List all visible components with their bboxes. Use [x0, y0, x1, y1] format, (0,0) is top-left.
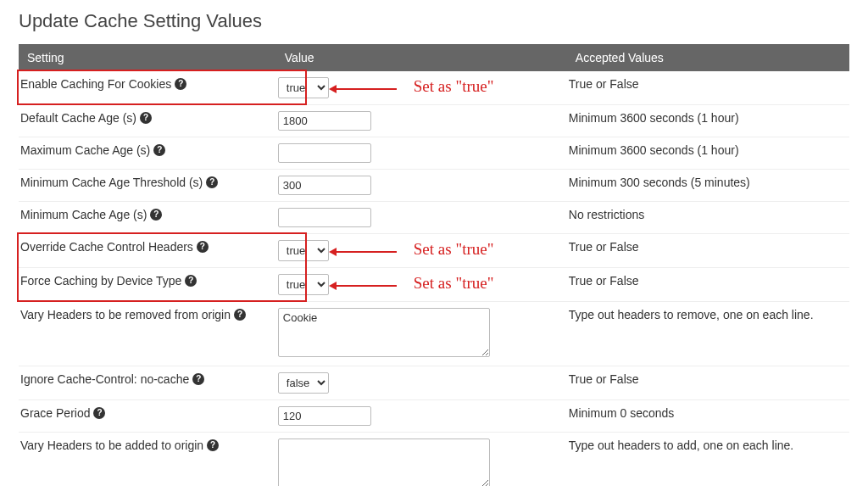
table-row: Ignore Cache-Control: no-cache?truefalse…	[19, 366, 849, 400]
value-input[interactable]	[278, 208, 371, 227]
header-setting: Setting	[19, 44, 276, 71]
value-input[interactable]	[278, 406, 371, 426]
table-row: Enable Caching For Cookies?truefalseTrue…	[19, 71, 849, 105]
accepted-values-cell: True or False	[567, 71, 849, 105]
setting-label: Force Caching by Device Type?	[20, 274, 197, 288]
value-cell: truefalse	[276, 234, 567, 268]
setting-cell: Default Cache Age (s)?	[19, 105, 276, 137]
setting-label-text: Maximum Cache Age (s)	[20, 143, 150, 157]
setting-cell: Vary Headers to be removed from origin?	[19, 302, 276, 366]
value-input[interactable]	[278, 176, 371, 195]
table-row: Maximum Cache Age (s)?Minimum 3600 secon…	[19, 137, 849, 170]
setting-label: Vary Headers to be added to origin?	[20, 439, 219, 452]
header-accepted: Accepted Values	[567, 44, 849, 71]
table-row: Minimum Cache Age (s)?No restrictions	[19, 202, 849, 234]
value-textarea[interactable]	[278, 439, 490, 486]
header-value: Value	[276, 44, 567, 71]
setting-label-text: Grace Period	[20, 406, 90, 420]
setting-label-text: Vary Headers to be removed from origin	[20, 308, 231, 321]
accepted-values-cell: True or False	[567, 234, 849, 268]
value-cell	[276, 105, 567, 137]
accepted-values-cell: Minimum 300 seconds (5 minutes)	[567, 170, 849, 202]
table-row: Vary Headers to be removed from origin?T…	[19, 302, 849, 366]
setting-cell: Enable Caching For Cookies?	[19, 71, 276, 105]
accepted-values-cell: Type out headers to add, one on each lin…	[567, 433, 849, 487]
table-row: Override Cache Control Headers?truefalse…	[19, 234, 849, 268]
setting-label-text: Override Cache Control Headers	[20, 240, 193, 254]
value-cell	[276, 137, 567, 170]
setting-label: Default Cache Age (s)?	[20, 111, 152, 125]
setting-cell: Minimum Cache Age (s)?	[19, 202, 276, 234]
value-textarea[interactable]	[278, 308, 490, 357]
help-icon[interactable]: ?	[175, 78, 186, 90]
value-cell: truefalse	[276, 268, 567, 302]
help-icon[interactable]: ?	[93, 407, 105, 419]
setting-cell: Vary Headers to be added to origin?	[19, 433, 276, 487]
value-cell	[276, 170, 567, 202]
help-icon[interactable]: ?	[185, 275, 197, 287]
setting-label: Ignore Cache-Control: no-cache?	[20, 372, 204, 386]
help-icon[interactable]: ?	[150, 209, 162, 221]
accepted-values-cell: Minimum 3600 seconds (1 hour)	[567, 137, 849, 170]
table-row: Minimum Cache Age Threshold (s)?Minimum …	[19, 170, 849, 202]
setting-label: Maximum Cache Age (s)?	[20, 143, 165, 157]
setting-label: Grace Period?	[20, 406, 105, 420]
table-row: Force Caching by Device Type?truefalseTr…	[19, 268, 849, 302]
value-cell	[276, 302, 567, 366]
setting-label-text: Minimum Cache Age (s)	[20, 208, 147, 221]
setting-cell: Override Cache Control Headers?	[19, 234, 276, 268]
help-icon[interactable]: ?	[197, 241, 209, 253]
table-header-row: Setting Value Accepted Values	[19, 44, 849, 71]
accepted-values-cell: No restrictions	[567, 202, 849, 234]
value-select[interactable]: truefalse	[278, 274, 329, 295]
value-cell: truefalse	[276, 366, 567, 400]
table-row: Default Cache Age (s)?Minimum 3600 secon…	[19, 105, 849, 137]
help-icon[interactable]: ?	[207, 439, 219, 451]
setting-cell: Ignore Cache-Control: no-cache?	[19, 366, 276, 400]
value-cell	[276, 400, 567, 433]
setting-label-text: Ignore Cache-Control: no-cache	[20, 372, 189, 386]
help-icon[interactable]: ?	[140, 112, 152, 124]
value-select[interactable]: truefalse	[278, 77, 329, 98]
page-title: Update Cache Setting Values	[19, 10, 849, 32]
accepted-values-cell: Minimum 0 seconds	[567, 400, 849, 433]
table-row: Vary Headers to be added to origin?Type …	[19, 433, 849, 487]
setting-label: Minimum Cache Age (s)?	[20, 208, 162, 221]
setting-label-text: Force Caching by Device Type	[20, 274, 181, 288]
accepted-values-cell: Type out headers to remove, one on each …	[567, 302, 849, 366]
value-cell	[276, 433, 567, 487]
help-icon[interactable]: ?	[234, 309, 246, 321]
setting-label-text: Minimum Cache Age Threshold (s)	[20, 176, 203, 189]
help-icon[interactable]: ?	[206, 176, 218, 188]
settings-table: Setting Value Accepted Values Enable Cac…	[19, 44, 849, 486]
value-cell: truefalse	[276, 71, 567, 105]
setting-cell: Grace Period?	[19, 400, 276, 433]
setting-label: Enable Caching For Cookies?	[20, 77, 186, 91]
accepted-values-cell: True or False	[567, 268, 849, 302]
value-select[interactable]: truefalse	[278, 240, 329, 261]
setting-label-text: Enable Caching For Cookies	[20, 77, 171, 91]
help-icon[interactable]: ?	[153, 144, 165, 156]
value-cell	[276, 202, 567, 234]
accepted-values-cell: True or False	[567, 366, 849, 400]
value-input[interactable]	[278, 143, 371, 163]
setting-label: Vary Headers to be removed from origin?	[20, 308, 246, 321]
setting-label-text: Default Cache Age (s)	[20, 111, 136, 125]
setting-label: Minimum Cache Age Threshold (s)?	[20, 176, 218, 189]
value-select[interactable]: truefalse	[278, 372, 329, 394]
setting-cell: Minimum Cache Age Threshold (s)?	[19, 170, 276, 202]
setting-cell: Force Caching by Device Type?	[19, 268, 276, 302]
table-row: Grace Period?Minimum 0 seconds	[19, 400, 849, 433]
accepted-values-cell: Minimum 3600 seconds (1 hour)	[567, 105, 849, 137]
help-icon[interactable]: ?	[192, 373, 204, 385]
setting-label-text: Vary Headers to be added to origin	[20, 439, 203, 452]
page-container: Update Cache Setting Values Setting Valu…	[0, 0, 868, 486]
value-input[interactable]	[278, 111, 371, 131]
setting-label: Override Cache Control Headers?	[20, 240, 209, 254]
setting-cell: Maximum Cache Age (s)?	[19, 137, 276, 170]
